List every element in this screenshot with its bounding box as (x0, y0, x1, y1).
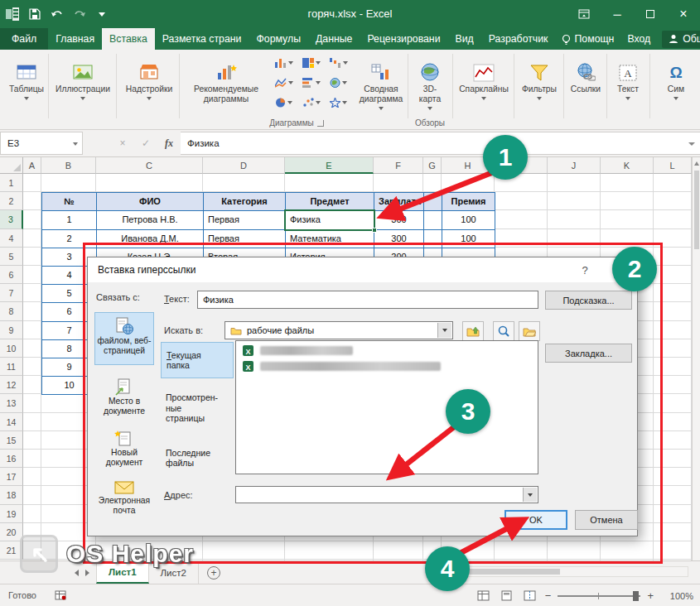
file-list-item[interactable]: X (236, 341, 538, 357)
illustrations-button[interactable]: Иллюстрации (51, 51, 114, 119)
links-button[interactable]: Ссылки (567, 51, 605, 119)
expand-formula-bar-caret[interactable] (688, 142, 695, 146)
tab-review[interactable]: Рецензировани (360, 28, 447, 50)
column-header-K[interactable]: K (601, 157, 654, 174)
vertical-scrollbar[interactable] (692, 157, 700, 560)
row-header-2[interactable]: 2 (0, 192, 23, 210)
cell-C2[interactable]: ФИО (96, 192, 204, 211)
page-break-view-button[interactable] (522, 589, 538, 604)
dialog-help-button[interactable]: ? (572, 257, 597, 282)
zoom-level[interactable]: 100% (660, 591, 693, 601)
name-box-caret[interactable] (73, 142, 78, 146)
cell-H2[interactable]: Премия (442, 192, 495, 211)
name-box[interactable]: E3 (0, 132, 83, 155)
tell-me-box[interactable]: Помощн (559, 33, 616, 45)
column-header-A[interactable]: A (23, 157, 41, 174)
pivot-chart-button[interactable]: Сводная диаграмма (355, 51, 408, 119)
column-header-E[interactable]: E (285, 157, 374, 174)
row-header-15[interactable]: 15 (0, 431, 23, 450)
filters-button[interactable]: Фильтры (519, 51, 560, 119)
add-sheet-button[interactable]: + (207, 566, 220, 580)
text-button[interactable]: A Текст (610, 51, 646, 119)
link-to-place-in-document[interactable]: Место в документе (94, 375, 154, 420)
chart-map-button[interactable] (325, 73, 352, 93)
hyperlink-text-input[interactable]: Физика (197, 291, 538, 309)
chart-radar-button[interactable] (325, 93, 352, 113)
row-header-14[interactable]: 14 (0, 413, 23, 431)
cell-E2[interactable]: Предмет (285, 192, 374, 211)
row-header-10[interactable]: 10 (0, 339, 23, 358)
column-header-C[interactable]: C (96, 157, 203, 174)
close-button[interactable]: × (667, 0, 700, 28)
cell-D2[interactable]: Категория (203, 192, 286, 211)
ribbon-display-options-button[interactable] (567, 0, 601, 28)
cell-G2[interactable] (423, 192, 442, 211)
cell-B4[interactable]: 2 (41, 229, 97, 248)
chart-waterfall-button[interactable] (325, 53, 352, 73)
tab-page-layout[interactable]: Разметка страни (155, 28, 249, 50)
up-one-folder-button[interactable] (462, 321, 484, 341)
dialog-titlebar[interactable]: Вставка гиперссылки (88, 257, 637, 282)
current-folder-button[interactable]: Текущая папка (161, 342, 234, 378)
browse-web-button[interactable] (493, 321, 514, 341)
row-header-11[interactable]: 11 (0, 358, 23, 376)
undo-button[interactable] (50, 7, 65, 22)
zoom-slider[interactable] (558, 595, 640, 597)
ok-button[interactable]: OK (504, 510, 567, 530)
cancel-entry-button[interactable]: × (111, 137, 134, 149)
cell-G4[interactable] (423, 229, 442, 248)
tab-data[interactable]: Данные (308, 28, 360, 50)
file-list-item[interactable]: X (236, 357, 538, 373)
qat-customize-button[interactable] (94, 7, 109, 22)
browsed-pages-button[interactable]: Просмотрен- ные страницы (161, 385, 234, 431)
chart-line-button[interactable] (270, 73, 297, 93)
chart-column-button[interactable] (270, 53, 297, 73)
column-header-D[interactable]: D (203, 157, 285, 174)
scrollbar-thumb[interactable] (694, 171, 699, 249)
link-to-email[interactable]: Электронная почта (94, 476, 154, 521)
chart-hierarchy-button[interactable] (297, 53, 325, 73)
cell-H4[interactable]: 100 (442, 229, 495, 248)
address-dropdown-arrow[interactable] (523, 488, 537, 502)
column-header-L[interactable]: L (654, 157, 692, 174)
cell-D3[interactable]: Первая (203, 210, 286, 229)
column-header-B[interactable]: B (41, 157, 96, 174)
page-layout-view-button[interactable] (499, 589, 515, 604)
redo-button[interactable] (72, 7, 87, 22)
column-header-F[interactable]: F (374, 157, 423, 174)
tab-insert[interactable]: Вставка (102, 28, 155, 50)
cell-F4[interactable]: 300 (374, 229, 424, 248)
row-header-18[interactable]: 18 (0, 486, 23, 504)
addins-button[interactable]: Надстройки (123, 51, 176, 119)
hscrollbar-thumb[interactable] (469, 569, 560, 575)
macro-record-button[interactable] (55, 590, 66, 600)
cell-C4[interactable]: Иванова Д.М. (96, 229, 204, 248)
enter-entry-button[interactable]: ✓ (134, 137, 157, 149)
row-header-1[interactable]: 1 (0, 174, 23, 192)
cell-G3[interactable] (423, 210, 442, 229)
insert-function-button[interactable]: fx (157, 137, 181, 150)
symbols-button[interactable]: Ω Сим (653, 51, 699, 119)
share-button[interactable]: Общий доступ (662, 31, 700, 48)
cancel-button[interactable]: Отмена (575, 510, 638, 530)
tab-home[interactable]: Главная (48, 28, 102, 50)
save-button[interactable] (27, 7, 42, 22)
charts-dialog-launcher[interactable] (317, 120, 324, 127)
horizontal-scrollbar[interactable] (465, 566, 688, 577)
screentip-button[interactable]: Подсказка... (545, 291, 632, 310)
tab-file[interactable]: Файл (0, 28, 48, 50)
cell-H3[interactable]: 100 (442, 210, 495, 229)
row-header-4[interactable]: 4 (0, 229, 23, 248)
column-header-G[interactable]: G (423, 157, 442, 174)
recommended-charts-button[interactable]: Рекомендуемые диаграммы (186, 51, 267, 119)
zoom-in-button[interactable]: + (647, 589, 654, 602)
bookmark-button[interactable]: Закладка... (545, 344, 632, 363)
map3d-button[interactable]: 3D- карта (411, 51, 449, 119)
tables-button[interactable]: Таблицы (5, 51, 48, 119)
look-in-dropdown-arrow[interactable] (437, 323, 451, 338)
cell-C3[interactable]: Петрова Н.В. (96, 210, 204, 229)
cell-B3[interactable]: 1 (41, 210, 97, 229)
normal-view-button[interactable] (476, 589, 492, 604)
row-header-5[interactable]: 5 (0, 248, 23, 266)
look-in-dropdown[interactable]: рабочие файлы (224, 321, 453, 339)
